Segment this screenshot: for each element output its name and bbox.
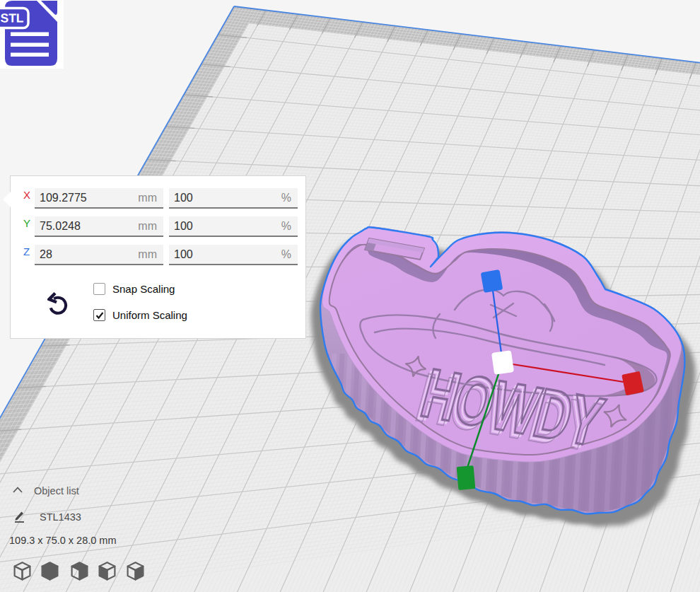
svg-text:STL: STL	[0, 11, 23, 25]
